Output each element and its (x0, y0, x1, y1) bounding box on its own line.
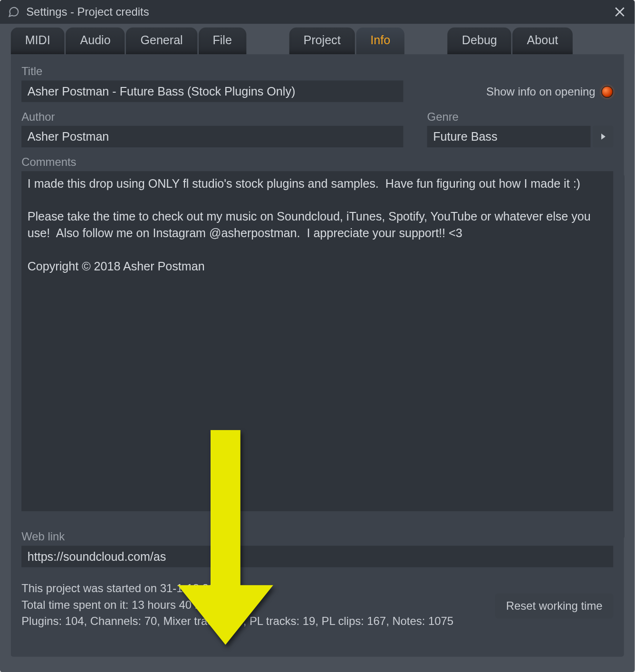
settings-window: Settings - Project credits MIDI Audio Ge… (0, 0, 635, 672)
annotation-arrow (178, 430, 273, 645)
tab-about[interactable]: About (512, 28, 572, 54)
title-label: Title (21, 65, 403, 78)
comments-label: Comments (21, 156, 613, 169)
show-info-label: Show info on opening (486, 85, 595, 98)
genre-input[interactable] (427, 126, 591, 147)
tabstrip: MIDI Audio General File Project Info Deb… (0, 24, 635, 54)
tab-audio[interactable]: Audio (66, 28, 125, 54)
genre-dropdown-button[interactable] (593, 126, 613, 147)
titlebar: Settings - Project credits (0, 0, 635, 24)
author-input[interactable] (21, 126, 403, 147)
tab-midi[interactable]: MIDI (11, 28, 65, 54)
svg-marker-3 (178, 430, 273, 645)
tab-project[interactable]: Project (289, 28, 355, 54)
close-icon (615, 7, 625, 18)
tab-info[interactable]: Info (356, 28, 404, 54)
comment-icon (7, 5, 20, 19)
show-info-toggle[interactable] (601, 86, 613, 98)
tab-debug[interactable]: Debug (448, 28, 511, 54)
window-title: Settings - Project credits (26, 5, 149, 19)
weblink-input[interactable] (21, 546, 613, 567)
title-input[interactable] (21, 80, 403, 102)
tab-general[interactable]: General (126, 28, 197, 54)
info-panel: Title Show info on opening Author Genre (11, 54, 624, 657)
genre-label: Genre (427, 110, 614, 124)
author-label: Author (21, 110, 403, 124)
tab-file[interactable]: File (198, 28, 246, 54)
svg-marker-2 (601, 134, 606, 140)
chevron-right-icon (600, 133, 606, 140)
comments-textarea[interactable]: I made this drop using ONLY fl studio's … (21, 171, 613, 511)
close-button[interactable] (612, 4, 628, 20)
weblink-label: Web link (21, 530, 613, 544)
reset-working-time-button[interactable]: Reset working time (495, 594, 613, 619)
